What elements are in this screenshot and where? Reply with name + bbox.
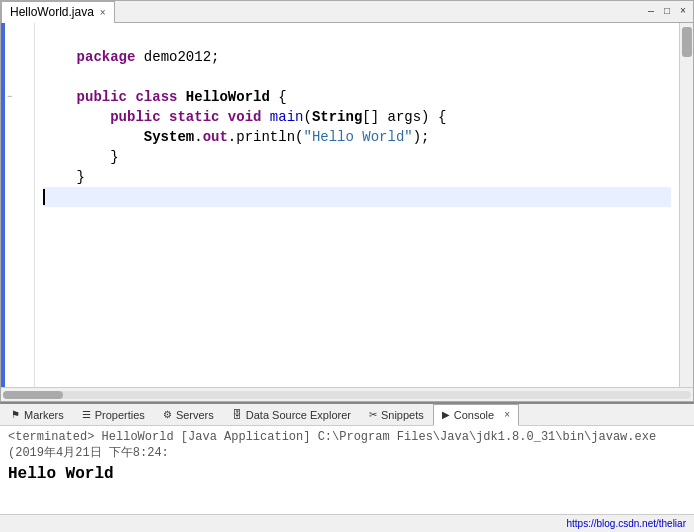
tab-bar: HelloWorld.java × — □ × [1, 1, 693, 23]
tab-markers-label: Markers [24, 409, 64, 421]
tab-servers[interactable]: ⚙ Servers [154, 404, 223, 426]
tab-snippets[interactable]: ✂ Snippets [360, 404, 433, 426]
out-keyword: out [203, 129, 228, 145]
code-editor[interactable]: package demo2012; public class HelloWorl… [35, 23, 679, 387]
console-terminated-line: <terminated> HelloWorld [Java Applicatio… [8, 430, 686, 461]
keyword-void: void [228, 109, 262, 125]
string-literal: "Hello World" [303, 129, 412, 145]
h-scroll-thumb[interactable] [3, 391, 63, 399]
tab-console-label: Console [454, 409, 494, 421]
gutter-line-9 [5, 187, 34, 207]
tab-properties-label: Properties [95, 409, 145, 421]
tab-properties[interactable]: ☰ Properties [73, 404, 154, 426]
editor-tab[interactable]: HelloWorld.java × [1, 1, 115, 23]
code-text [261, 109, 269, 125]
code-line-5: public static void main(String[] args) { [43, 107, 671, 127]
gutter-line-7 [5, 147, 34, 167]
code-area: − package demo2012; public class HelloWo… [1, 23, 693, 387]
console-area: <terminated> HelloWorld [Java Applicatio… [0, 426, 694, 514]
code-text: demo2012; [135, 49, 219, 65]
gutter-line-3 [5, 67, 34, 87]
keyword-public2: public [43, 109, 169, 125]
gutter-line-4: − [5, 87, 34, 107]
tab-label: HelloWorld.java [10, 5, 94, 19]
code-line-7: } [43, 147, 671, 167]
horizontal-scrollbar[interactable] [1, 387, 693, 401]
bottom-panel: ⚑ Markers ☰ Properties ⚙ Servers 🗄 Data … [0, 402, 694, 532]
status-bar: https://blog.csdn.net/theliar [0, 514, 694, 532]
gutter-line-2 [5, 47, 34, 67]
vertical-scrollbar[interactable] [679, 23, 693, 387]
code-line-3 [43, 67, 671, 87]
snippets-icon: ✂ [369, 409, 377, 420]
code-line-9 [43, 187, 671, 207]
datasource-icon: 🗄 [232, 409, 242, 420]
classname: HelloWorld [186, 89, 270, 105]
code-text: .println( [228, 129, 304, 145]
tab-close-button[interactable]: × [100, 7, 106, 18]
bottom-tab-bar: ⚑ Markers ☰ Properties ⚙ Servers 🗄 Data … [0, 404, 694, 426]
code-line-6: System.out.println("Hello World"); [43, 127, 671, 147]
keyword-public: public [43, 89, 135, 105]
properties-icon: ☰ [82, 409, 91, 420]
gutter-line-6 [5, 127, 34, 147]
code-text: } [43, 169, 85, 185]
code-text: { [270, 89, 287, 105]
code-text: . [194, 129, 202, 145]
close-button[interactable]: × [677, 6, 689, 17]
tab-console[interactable]: ▶ Console × [433, 404, 519, 426]
window-controls: — □ × [645, 6, 689, 17]
tab-snippets-label: Snippets [381, 409, 424, 421]
tab-servers-label: Servers [176, 409, 214, 421]
line-gutter: − [5, 23, 35, 387]
gutter-line-1 [5, 27, 34, 47]
console-output: Hello World [8, 465, 686, 483]
method-name: main [270, 109, 304, 125]
console-icon: ▶ [442, 409, 450, 420]
tab-datasource-label: Data Source Explorer [246, 409, 351, 421]
code-line-1 [43, 27, 671, 47]
editor-container: HelloWorld.java × — □ × − [0, 0, 694, 402]
code-text: } [43, 149, 119, 165]
h-scroll-track[interactable] [3, 391, 691, 399]
scrollbar-thumb[interactable] [682, 27, 692, 57]
type-string: String [312, 109, 362, 125]
servers-icon: ⚙ [163, 409, 172, 420]
keyword-package: package [43, 49, 135, 65]
console-close-icon[interactable]: × [504, 409, 510, 420]
system-class: System [43, 129, 194, 145]
minimize-button[interactable]: — [645, 6, 657, 17]
code-line-4: public class HelloWorld { [43, 87, 671, 107]
keyword-static: static [169, 109, 228, 125]
code-text: [] args) { [362, 109, 446, 125]
collapse-icon[interactable]: − [7, 92, 12, 102]
code-text: ); [413, 129, 430, 145]
maximize-button[interactable]: □ [661, 6, 673, 17]
tab-datasource[interactable]: 🗄 Data Source Explorer [223, 404, 360, 426]
code-text [177, 89, 185, 105]
gutter-line-8 [5, 167, 34, 187]
keyword-class: class [135, 89, 177, 105]
text-cursor [43, 189, 45, 205]
gutter-line-5 [5, 107, 34, 127]
tab-markers[interactable]: ⚑ Markers [2, 404, 73, 426]
markers-icon: ⚑ [11, 409, 20, 420]
code-line-8: } [43, 167, 671, 187]
code-line-2: package demo2012; [43, 47, 671, 67]
code-text: ( [303, 109, 311, 125]
status-url: https://blog.csdn.net/theliar [566, 518, 686, 529]
